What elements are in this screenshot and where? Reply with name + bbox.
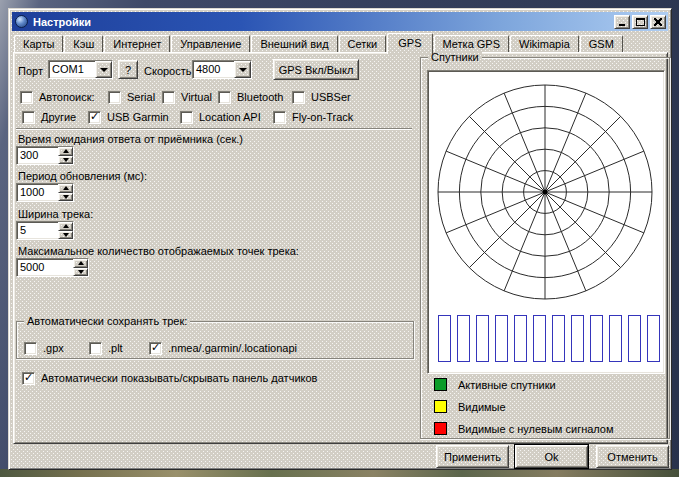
update-period-spinner[interactable]: 1000 bbox=[16, 183, 74, 202]
legend-label: Активные спутники bbox=[458, 379, 556, 391]
checkbox-label: Автоматически показывать/скрывать панель… bbox=[41, 372, 317, 384]
port-select[interactable]: COM1 bbox=[48, 60, 113, 79]
timeout-value[interactable]: 300 bbox=[17, 147, 58, 164]
tab-сетки[interactable]: Сетки bbox=[339, 35, 387, 52]
legend-swatch bbox=[434, 378, 447, 391]
speed-dropdown-arrow-icon[interactable] bbox=[234, 61, 251, 78]
spin-down-button[interactable] bbox=[58, 156, 73, 165]
checkbox-box[interactable] bbox=[273, 111, 286, 124]
spin-down-button[interactable] bbox=[58, 231, 73, 240]
checkbox-location-api[interactable]: Location API bbox=[180, 110, 261, 124]
checkbox-sensors-panel[interactable]: ✓Автоматически показывать/скрывать панел… bbox=[22, 371, 317, 385]
maximize-button[interactable] bbox=[632, 15, 648, 29]
maximize-icon bbox=[636, 18, 645, 26]
checkbox-box[interactable] bbox=[180, 111, 193, 124]
gps-toggle-button[interactable]: GPS Вкл/Выкл bbox=[273, 59, 359, 80]
speed-select[interactable]: 4800 bbox=[192, 60, 252, 79]
spin-up-button[interactable] bbox=[58, 222, 73, 231]
signal-bar bbox=[609, 315, 622, 362]
checkbox-box[interactable] bbox=[22, 111, 35, 124]
track-width-label: Ширина трека: bbox=[18, 208, 93, 220]
tab-карты[interactable]: Карты bbox=[14, 35, 63, 52]
checkbox-label: .gpx bbox=[43, 342, 64, 354]
check-icon: ✓ bbox=[151, 342, 160, 353]
checkbox-box[interactable] bbox=[24, 342, 37, 355]
checkbox-box[interactable] bbox=[20, 91, 33, 104]
update-period-value[interactable]: 1000 bbox=[17, 184, 58, 201]
satellite-legend: Активные спутникиВидимыеВидимые с нулевы… bbox=[434, 378, 663, 444]
tab-кэш[interactable]: Кэш bbox=[64, 35, 103, 52]
tab-управление[interactable]: Управление bbox=[171, 35, 250, 52]
cancel-button[interactable]: Отменить bbox=[596, 445, 669, 468]
apply-button[interactable]: Применить bbox=[436, 445, 509, 468]
checkbox-gpx[interactable]: .gpx bbox=[24, 341, 64, 355]
minimize-button[interactable] bbox=[614, 15, 630, 29]
checkbox-box[interactable]: ✓ bbox=[22, 372, 35, 385]
satellites-group-title: Спутники bbox=[428, 51, 482, 63]
checkbox-label: Location API bbox=[199, 111, 261, 123]
checkbox-virtual[interactable]: Virtual bbox=[162, 90, 212, 104]
checkbox-other[interactable]: Другие bbox=[22, 110, 76, 124]
spin-up-button[interactable] bbox=[58, 184, 73, 193]
checkbox-label: Fly-on-Track bbox=[292, 111, 353, 123]
timeout-label: Время ожидания ответа от приёмника (сек.… bbox=[18, 133, 243, 145]
ok-button[interactable]: Ok bbox=[515, 445, 588, 468]
checkbox-label: .plt bbox=[108, 342, 123, 354]
checkbox-usbser[interactable]: USBSer bbox=[292, 90, 351, 104]
legend-swatch bbox=[434, 400, 447, 413]
minimize-icon bbox=[619, 24, 625, 26]
port-value: COM1 bbox=[49, 61, 95, 78]
tab-gsm[interactable]: GSM bbox=[580, 35, 623, 52]
checkbox-nmea-garmin-locationapi[interactable]: ✓.nmea/.garmin/.locationapi bbox=[149, 341, 297, 355]
port-dropdown-arrow-icon[interactable] bbox=[95, 61, 112, 78]
checkbox-box[interactable] bbox=[218, 91, 231, 104]
signal-bar bbox=[457, 315, 470, 362]
tab-gps[interactable]: GPS bbox=[387, 33, 432, 54]
checkbox-box[interactable] bbox=[292, 91, 305, 104]
checkbox-autosearch[interactable]: Автопоиск: bbox=[20, 90, 95, 104]
spin-down-button[interactable] bbox=[58, 193, 73, 202]
checkbox-box[interactable]: ✓ bbox=[149, 342, 162, 355]
title-bar[interactable]: Настройки bbox=[12, 12, 668, 31]
spin-up-button[interactable] bbox=[58, 147, 73, 156]
app-globe-icon bbox=[15, 15, 28, 28]
close-icon bbox=[654, 18, 662, 26]
max-points-value[interactable]: 5000 bbox=[17, 259, 73, 276]
checkbox-serial[interactable]: Serial bbox=[108, 90, 155, 104]
checkbox-box[interactable] bbox=[162, 91, 175, 104]
tab-метка-gps[interactable]: Метка GPS bbox=[434, 35, 510, 52]
checkbox-plt[interactable]: .plt bbox=[89, 341, 123, 355]
signal-bar bbox=[533, 315, 546, 362]
check-icon: ✓ bbox=[24, 372, 33, 383]
max-points-label: Максимальное количество отображаемых точ… bbox=[18, 245, 299, 257]
spin-down-button[interactable] bbox=[73, 268, 88, 277]
checkbox-fly-on-track[interactable]: Fly-on-Track bbox=[273, 110, 353, 124]
checkbox-label: Другие bbox=[41, 111, 76, 123]
separator bbox=[16, 128, 412, 130]
checkbox-box[interactable]: ✓ bbox=[88, 111, 101, 124]
checkbox-box[interactable] bbox=[89, 342, 102, 355]
timeout-spinner[interactable]: 300 bbox=[16, 146, 74, 165]
checkbox-bluetooth[interactable]: Bluetooth bbox=[218, 90, 283, 104]
legend-item-0: Активные спутники bbox=[434, 378, 663, 391]
tab-wikimapia[interactable]: Wikimapia bbox=[510, 35, 579, 52]
tab-внешний-вид[interactable]: Внешний вид bbox=[251, 35, 337, 52]
check-icon: ✓ bbox=[90, 111, 99, 122]
close-button[interactable] bbox=[650, 15, 666, 29]
checkbox-box[interactable] bbox=[108, 91, 121, 104]
max-points-spinner[interactable]: 5000 bbox=[16, 258, 89, 277]
track-width-spinner[interactable]: 5 bbox=[16, 221, 74, 240]
settings-dialog: Настройки КартыКэшИнтернетУправлениеВнеш… bbox=[8, 8, 672, 470]
autosave-group-title: Автоматически сохранять трек: bbox=[24, 315, 190, 327]
track-width-value[interactable]: 5 bbox=[17, 222, 58, 239]
satellite-radar-panel bbox=[427, 70, 665, 374]
signal-bar bbox=[628, 315, 641, 362]
legend-item-1: Видимые bbox=[434, 400, 663, 413]
tab-интернет[interactable]: Интернет bbox=[104, 35, 170, 52]
checkbox-usb-garmin[interactable]: ✓USB Garmin bbox=[88, 110, 169, 124]
port-help-button[interactable]: ? bbox=[118, 60, 138, 79]
signal-bar bbox=[571, 315, 584, 362]
legend-item-2: Видимые с нулевым сигналом bbox=[434, 422, 663, 435]
speed-value: 4800 bbox=[193, 61, 234, 78]
spin-up-button[interactable] bbox=[73, 259, 88, 268]
